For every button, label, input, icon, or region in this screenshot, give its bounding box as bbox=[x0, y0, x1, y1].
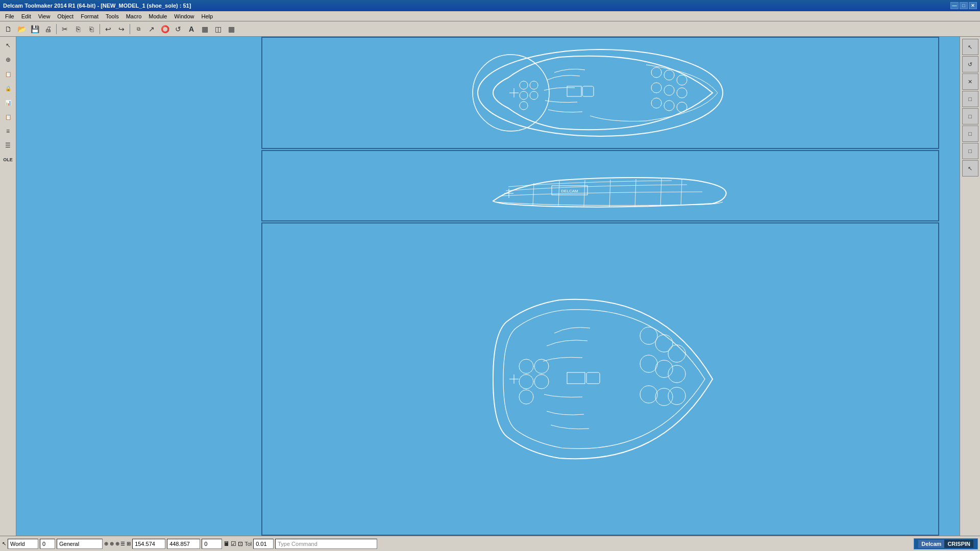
layer-name-field[interactable]: General bbox=[57, 539, 103, 549]
menu-file[interactable]: File bbox=[2, 12, 17, 20]
text-button[interactable]: A bbox=[185, 23, 198, 35]
svg-line-23 bbox=[609, 180, 610, 207]
svg-rect-17 bbox=[582, 86, 594, 96]
menu-format[interactable]: Format bbox=[78, 12, 102, 20]
rt-select[interactable]: ↖ bbox=[962, 39, 978, 55]
snap-button[interactable]: ⊡ bbox=[238, 540, 243, 547]
toolbar-separator-2 bbox=[100, 24, 100, 34]
svg-point-36 bbox=[640, 327, 657, 344]
table-button[interactable]: ▦ bbox=[225, 23, 237, 35]
rt-zoom[interactable]: □ bbox=[962, 91, 978, 107]
x-coord: 154.574 bbox=[135, 541, 155, 547]
rt-arrow[interactable]: ↖ bbox=[962, 160, 978, 177]
viewport-bottom[interactable] bbox=[261, 222, 939, 536]
statusbar: ↖ World 0 General ⊕ ⊕ ⊕ ☰ ⊞ 154.574 448.… bbox=[0, 536, 980, 551]
redo-button[interactable]: ↪ bbox=[115, 23, 128, 35]
viewport-top[interactable] bbox=[261, 37, 939, 149]
crosshair-tool[interactable]: ⊕ bbox=[2, 53, 15, 66]
svg-point-31 bbox=[519, 359, 533, 373]
layer-num-field[interactable]: 0 bbox=[40, 539, 55, 549]
split-button[interactable]: ◫ bbox=[212, 23, 224, 35]
svg-point-39 bbox=[640, 355, 657, 372]
cursor-icon: ↖ bbox=[2, 541, 6, 546]
copy-button[interactable]: ⎘ bbox=[72, 23, 84, 35]
curve-button[interactable]: ↺ bbox=[172, 23, 184, 35]
save-button[interactable]: 💾 bbox=[29, 23, 41, 35]
snap-icons: ⊕ ⊕ ⊕ ☰ ⊞ bbox=[104, 541, 131, 546]
minimize-button[interactable]: — bbox=[950, 2, 959, 9]
select-tool[interactable]: ↖ bbox=[2, 39, 15, 52]
menu-window[interactable]: Window bbox=[171, 12, 197, 20]
command-field[interactable]: Type Command bbox=[275, 539, 377, 549]
svg-point-7 bbox=[651, 67, 662, 78]
paste-button[interactable]: ⎗ bbox=[85, 23, 97, 35]
window-controls[interactable]: — □ ✕ bbox=[950, 2, 977, 9]
x-coord-field: 154.574 bbox=[132, 539, 165, 549]
menu-tools[interactable]: Tools bbox=[103, 12, 122, 20]
shoe-drawing-mid: DELCAM bbox=[262, 151, 938, 220]
svg-point-9 bbox=[677, 75, 687, 85]
close-button[interactable]: ✕ bbox=[969, 2, 977, 9]
select-button[interactable]: ⧉ bbox=[132, 23, 144, 35]
svg-rect-45 bbox=[567, 372, 585, 384]
rt-pan[interactable]: □ bbox=[962, 108, 978, 124]
left-toolbar: ↖ ⊕ 📋 🔒 📊 📋 ≡ ☰ OLE bbox=[0, 37, 16, 536]
svg-point-38 bbox=[668, 345, 685, 362]
menu-edit[interactable]: Edit bbox=[18, 12, 34, 20]
svg-text:DELCAM: DELCAM bbox=[561, 189, 578, 193]
circle-button[interactable]: ⭕ bbox=[159, 23, 171, 35]
titlebar: Delcam Toolmaker 2014 R1 (64-bit) - [NEW… bbox=[0, 0, 980, 11]
svg-point-34 bbox=[534, 374, 549, 389]
checkmark-icon[interactable]: ☑ bbox=[231, 540, 236, 547]
svg-point-4 bbox=[520, 91, 528, 99]
menu-view[interactable]: View bbox=[35, 12, 54, 20]
tol-value-field[interactable]: 0.01 bbox=[253, 539, 274, 549]
svg-point-3 bbox=[530, 81, 538, 89]
svg-line-20 bbox=[533, 183, 534, 205]
rt-snap[interactable]: □ bbox=[962, 143, 978, 159]
svg-point-33 bbox=[519, 374, 533, 389]
svg-point-8 bbox=[664, 70, 674, 80]
menu-help[interactable]: Help bbox=[198, 12, 216, 20]
print-button[interactable]: 🖨 bbox=[42, 23, 54, 35]
rt-view[interactable]: □ bbox=[962, 126, 978, 142]
layer-name: General bbox=[59, 541, 79, 547]
world-field[interactable]: World bbox=[8, 539, 38, 549]
open-button[interactable]: 📂 bbox=[15, 23, 28, 35]
cut-button[interactable]: ✂ bbox=[59, 23, 71, 35]
svg-point-10 bbox=[651, 83, 662, 93]
lock-tool[interactable]: 🔒 bbox=[2, 82, 15, 95]
rt-cross[interactable]: ✕ bbox=[962, 73, 978, 90]
undo-button[interactable]: ↩ bbox=[102, 23, 114, 35]
canvas-area[interactable]: DELCAM bbox=[16, 37, 960, 536]
pattern-tool[interactable]: ☰ bbox=[2, 139, 15, 152]
svg-point-37 bbox=[655, 335, 673, 352]
list-tool[interactable]: 📋 bbox=[2, 110, 15, 123]
layer-tool[interactable]: 📋 bbox=[2, 67, 15, 81]
svg-point-41 bbox=[668, 365, 685, 383]
svg-line-21 bbox=[558, 181, 559, 206]
toolbar-separator-3 bbox=[130, 24, 130, 34]
svg-point-6 bbox=[520, 102, 528, 110]
calc-icon[interactable]: 🖩 bbox=[224, 540, 230, 547]
hatch-button[interactable]: ▦ bbox=[199, 23, 211, 35]
chart-tool[interactable]: 📊 bbox=[2, 96, 15, 109]
shoe-drawing-bot bbox=[262, 223, 938, 535]
svg-point-44 bbox=[668, 387, 685, 405]
svg-point-11 bbox=[664, 85, 674, 95]
menu-object[interactable]: Object bbox=[54, 12, 77, 20]
snap-button[interactable]: ↗ bbox=[145, 23, 158, 35]
branding-delcam: Delcam bbox=[918, 540, 944, 548]
svg-line-25 bbox=[660, 179, 662, 206]
y-coord: 448.857 bbox=[169, 541, 190, 547]
rt-rotate[interactable]: ↺ bbox=[962, 56, 978, 72]
menu-module[interactable]: Module bbox=[145, 12, 170, 20]
viewport-mid[interactable]: DELCAM bbox=[261, 150, 939, 221]
menu-macro[interactable]: Macro bbox=[123, 12, 145, 20]
y-coord-field: 448.857 bbox=[167, 539, 200, 549]
ole-tool[interactable]: OLE bbox=[2, 153, 15, 166]
grid-tool[interactable]: ≡ bbox=[2, 124, 15, 138]
new-button[interactable]: 🗋 bbox=[2, 23, 14, 35]
shoe-drawing-top bbox=[262, 38, 938, 148]
restore-button[interactable]: □ bbox=[960, 2, 968, 9]
